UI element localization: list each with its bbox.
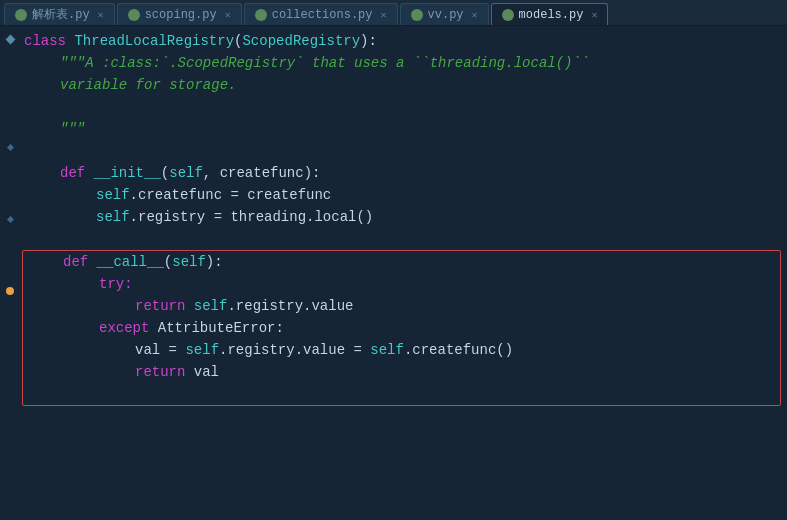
gutter-icon-2 xyxy=(5,48,15,66)
code-editor: class ThreadLocalRegistry(ScopedRegistry… xyxy=(0,26,787,520)
code-line-14: except AttributeError: xyxy=(23,317,780,339)
keyword-try: try: xyxy=(99,276,133,292)
code-line-3: variable for storage. xyxy=(20,74,787,96)
keyword-def: def xyxy=(60,165,94,181)
close-icon[interactable]: ✕ xyxy=(381,9,387,21)
code-line-11: def __call__(self): xyxy=(23,251,780,273)
gutter-icon-4 xyxy=(5,84,15,102)
tab-label: collections.py xyxy=(272,8,373,22)
close-icon[interactable]: ✕ xyxy=(591,9,597,21)
createfunc-call: createfunc() xyxy=(412,342,513,358)
local-call: local() xyxy=(314,209,373,225)
code-line-4 xyxy=(20,96,787,118)
gutter-icon-5 xyxy=(5,102,15,120)
dot-5: . xyxy=(219,342,227,358)
registry-assign: registry = threading xyxy=(138,209,306,225)
docstring-3: """ xyxy=(60,121,85,137)
code-line-6 xyxy=(20,140,787,162)
editor-gutter xyxy=(0,26,20,520)
tab-vv[interactable]: vv.py ✕ xyxy=(400,3,489,25)
registry-value-1: registry.value xyxy=(236,298,354,314)
docstring-2: variable for storage. xyxy=(60,77,236,93)
code-line-9: self.registry = threading.local() xyxy=(20,206,787,228)
paren-open: ( xyxy=(234,33,242,49)
keyword-return-1: return xyxy=(135,298,194,314)
close-icon[interactable]: ✕ xyxy=(98,9,104,21)
docstring-1: """A :class:`.ScopedRegistry` that uses … xyxy=(60,55,589,71)
box-spacer xyxy=(23,383,780,405)
parent-class: ScopedRegistry xyxy=(242,33,360,49)
createfunc-1: createfunc = createfunc xyxy=(138,187,331,203)
dot-1: . xyxy=(130,187,138,203)
tab-scoping[interactable]: scoping.py ✕ xyxy=(117,3,242,25)
self-2: self xyxy=(96,187,130,203)
keyword-except: except xyxy=(99,320,158,336)
keyword-def-2: def xyxy=(63,254,97,270)
tab-models[interactable]: models.py ✕ xyxy=(491,3,609,25)
gutter-icon-9 xyxy=(5,174,15,192)
dot-6: . xyxy=(404,342,412,358)
gutter-icon-11 xyxy=(5,210,15,228)
tab-label: scoping.py xyxy=(145,8,217,22)
gutter-icon-6 xyxy=(5,120,15,138)
gutter-icon-10 xyxy=(5,192,15,210)
plain-2: ( xyxy=(164,254,172,270)
func-call: __call__ xyxy=(97,254,164,270)
plain-3: ): xyxy=(206,254,223,270)
gutter-icon-13 xyxy=(5,246,15,264)
attribute-error: AttributeError: xyxy=(158,320,284,336)
gutter-icon-16 xyxy=(5,300,15,318)
code-line-15: val = self.registry.value = self.createf… xyxy=(23,339,780,361)
registry-value-assign: registry.value = xyxy=(227,342,370,358)
close-icon[interactable]: ✕ xyxy=(472,9,478,21)
tab-icon xyxy=(255,9,267,21)
self-5: self xyxy=(194,298,228,314)
code-line-10 xyxy=(20,228,787,250)
keyword-class: class xyxy=(24,33,74,49)
tab-collections[interactable]: collections.py ✕ xyxy=(244,3,398,25)
plain-comma: , createfunc): xyxy=(203,165,321,181)
close-icon[interactable]: ✕ xyxy=(225,9,231,21)
tab-icon xyxy=(128,9,140,21)
plain: ( xyxy=(161,165,169,181)
gutter-icon-12 xyxy=(5,228,15,246)
tab-icon xyxy=(15,9,27,21)
self-1: self xyxy=(169,165,203,181)
tab-icon xyxy=(411,9,423,21)
code-line-12: try: xyxy=(23,273,780,295)
code-line-2: """A :class:`.ScopedRegistry` that uses … xyxy=(20,52,787,74)
code-line-8: self.createfunc = createfunc xyxy=(20,184,787,206)
val-return: val xyxy=(194,364,219,380)
val-assign: val = xyxy=(135,342,185,358)
highlighted-block: def __call__(self): try: return self.reg… xyxy=(22,250,781,406)
dot-4: . xyxy=(227,298,235,314)
code-line-13: return self.registry.value xyxy=(23,295,780,317)
gutter-icon-1 xyxy=(5,30,15,48)
tab-icon xyxy=(502,9,514,21)
gutter-icon-8 xyxy=(5,156,15,174)
class-name: ThreadLocalRegistry xyxy=(74,33,234,49)
tab-jiexibiao[interactable]: 解析表.py ✕ xyxy=(4,3,115,25)
gutter-icon-7 xyxy=(5,138,15,156)
code-line-1: class ThreadLocalRegistry(ScopedRegistry… xyxy=(20,30,787,52)
self-6: self xyxy=(185,342,219,358)
paren-close: ): xyxy=(360,33,377,49)
tab-label: models.py xyxy=(519,8,584,22)
code-lines: class ThreadLocalRegistry(ScopedRegistry… xyxy=(20,26,787,520)
code-line-7: def __init__(self, createfunc): xyxy=(20,162,787,184)
code-line-16: return val xyxy=(23,361,780,383)
func-init: __init__ xyxy=(94,165,161,181)
self-7: self xyxy=(370,342,404,358)
gutter-icon-15 xyxy=(5,282,15,300)
dot-2: . xyxy=(130,209,138,225)
keyword-return-2: return xyxy=(135,364,194,380)
tab-label: 解析表.py xyxy=(32,6,90,23)
tab-bar: 解析表.py ✕ scoping.py ✕ collections.py ✕ v… xyxy=(0,0,787,26)
tab-label: vv.py xyxy=(428,8,464,22)
self-4: self xyxy=(172,254,206,270)
code-line-5: """ xyxy=(20,118,787,140)
gutter-icon-14 xyxy=(5,264,15,282)
self-3: self xyxy=(96,209,130,225)
gutter-icon-3 xyxy=(5,66,15,84)
dot-3: . xyxy=(306,209,314,225)
